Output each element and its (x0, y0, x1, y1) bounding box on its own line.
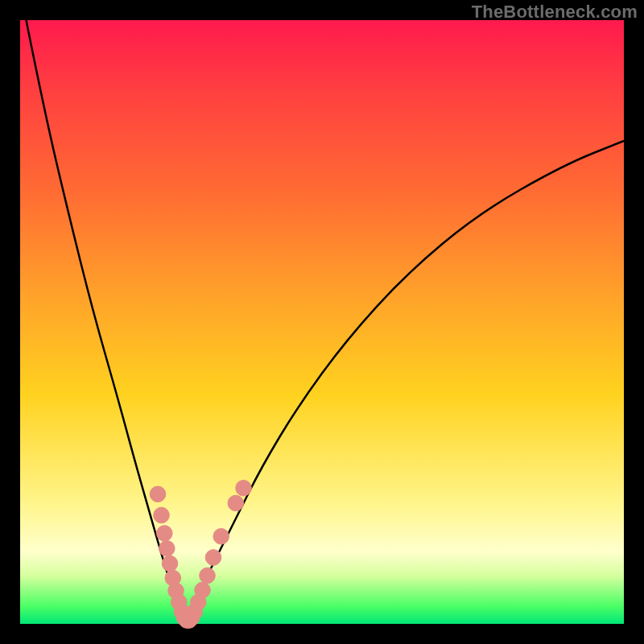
chart-plot-area (20, 20, 624, 624)
marker-group (150, 481, 251, 629)
marker-dot (228, 495, 244, 511)
marker-dot (150, 486, 166, 502)
marker-dot (154, 507, 170, 523)
marker-dot (213, 529, 229, 545)
watermark-text: TheBottleneck.com (472, 2, 638, 23)
marker-dot (159, 541, 175, 557)
chart-frame: TheBottleneck.com (0, 0, 644, 644)
marker-dot (200, 568, 216, 584)
marker-dot (205, 550, 221, 566)
marker-dot (162, 555, 178, 572)
marker-dot (195, 582, 211, 598)
marker-dot (236, 481, 252, 497)
chart-svg (20, 20, 624, 624)
marker-dot (157, 526, 173, 542)
curve-right-branch (184, 141, 624, 621)
